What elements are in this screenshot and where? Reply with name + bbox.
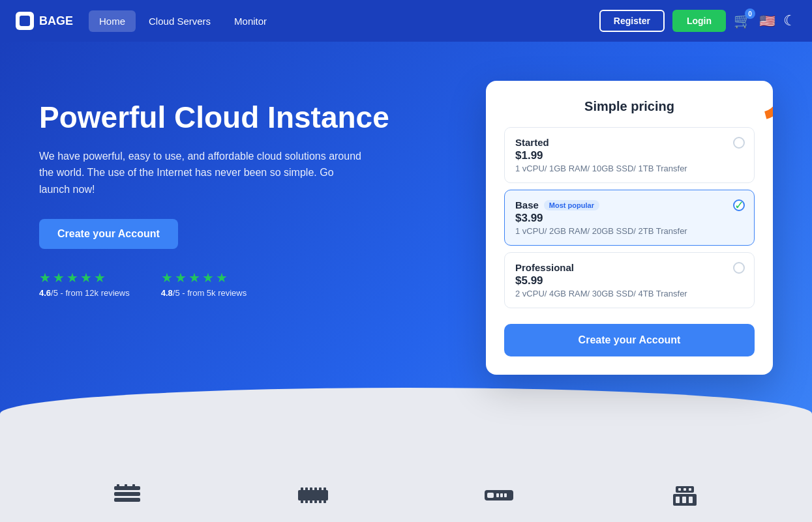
feature-remote: Remote Management KVM as standard with V… [605,479,765,522]
nav-cloud-servers[interactable]: Cloud Servers [138,10,221,32]
svg-rect-6 [298,490,328,500]
star-1-5: ★ [94,270,106,285]
login-button[interactable]: Login [672,10,726,32]
hero-content: Powerful Cloud Instance We have powerful… [39,81,486,298]
star-2-5: ★ [216,270,228,285]
svg-rect-22 [500,493,503,497]
svg-rect-26 [682,497,686,503]
pricing-title: Simple pricing [504,99,755,114]
review-2-score: 4.8 [161,288,173,298]
nav-monitor[interactable]: Monitor [224,10,277,32]
svg-rect-4 [125,484,127,487]
stars-2: ★ ★ ★ ★ ★ [161,270,247,285]
navbar: BAGE Home Cloud Servers Monitor Register… [0,0,812,42]
star-1-1: ★ [39,270,51,285]
svg-rect-29 [678,488,681,491]
pricing-card-wrapper: Simple pricing Started $1.99 1 vCPU/ 1GB… [486,81,773,375]
register-button[interactable]: Register [599,10,665,32]
star-1-4: ★ [80,270,92,285]
svg-rect-2 [114,498,140,502]
svg-rect-27 [689,497,693,503]
star-2-2: ★ [175,270,187,285]
feature-amd: AMD EPYC™ Balanced power and performance [48,479,207,522]
plan-professional-specs: 2 vCPU/ 4GB RAM/ 30GB SSD/ 4TB Transfer [515,289,744,298]
theme-toggle-icon[interactable]: ☾ [783,12,796,29]
svg-rect-5 [132,484,135,487]
features-section: AMD EPYC™ Balanced power and performance [0,427,812,522]
svg-rect-18 [323,500,326,503]
navbar-right: Register Login 🛒 0 🇺🇸 ☾ [599,10,796,32]
remote-icon [605,479,765,512]
svg-rect-23 [504,493,507,497]
feature-nvme: NVME SSD™ Super High Write or Read [419,479,579,522]
hero-cta-button[interactable]: Create your Account [39,219,178,249]
review-2: ★ ★ ★ ★ ★ 4.8/5 - from 5k reviews [161,270,247,298]
plan-base[interactable]: ✓ Base Most popular $3.99 1 vCPU/ 2GB RA… [504,190,755,246]
features-grid: AMD EPYC™ Balanced power and performance [48,479,765,522]
reviews-row: ★ ★ ★ ★ ★ 4.6/5 - from 12k reviews ★ ★ ★… [39,270,486,298]
svg-rect-10 [314,487,317,491]
amd-icon [48,479,207,512]
review-2-text: 4.8/5 - from 5k reviews [161,288,247,298]
svg-rect-30 [684,488,686,491]
svg-rect-16 [314,500,317,503]
plan-started[interactable]: Started $1.99 1 vCPU/ 1GB RAM/ 10GB SSD/… [504,127,755,183]
brand-logo-group[interactable]: BAGE [16,12,73,30]
star-2-1: ★ [161,270,173,285]
feature-ddr4: DDR4 REG ECC Memory Maximum RAM configur… [233,479,393,522]
hero-section: Powerful Cloud Instance We have powerful… [0,42,812,427]
nav-links: Home Cloud Servers Monitor [89,10,599,32]
nvme-icon [419,479,579,512]
svg-rect-12 [323,487,326,491]
svg-rect-9 [310,487,312,491]
pricing-card: Simple pricing Started $1.99 1 vCPU/ 1GB… [486,81,773,375]
svg-rect-13 [301,500,303,503]
review-2-max: /5 [173,288,180,298]
star-2-3: ★ [188,270,200,285]
svg-rect-3 [117,484,119,487]
ddr4-icon [233,479,393,512]
hero-title: Powerful Cloud Instance [39,100,486,135]
plan-professional-name: Professional [515,262,574,273]
svg-rect-1 [114,492,140,496]
svg-rect-8 [305,487,308,491]
radio-base: ✓ [733,199,745,211]
cart-badge: 0 [745,8,755,19]
review-1-max: /5 [51,288,58,298]
svg-rect-15 [310,500,312,503]
review-1-text: 4.6/5 - from 12k reviews [39,288,130,298]
svg-rect-17 [319,500,322,503]
stars-1: ★ ★ ★ ★ ★ [39,270,130,285]
plan-started-specs: 1 vCPU/ 1GB RAM/ 10GB SSD/ 1TB Transfer [515,164,744,173]
cart-icon[interactable]: 🛒 0 [734,12,751,29]
plan-base-name: Base [515,199,539,210]
svg-rect-20 [487,493,494,498]
plan-base-specs: 1 vCPU/ 2GB RAM/ 20GB SSD/ 2TB Transfer [515,226,744,236]
star-2-4: ★ [202,270,214,285]
review-1: ★ ★ ★ ★ ★ 4.6/5 - from 12k reviews [39,270,130,298]
plan-started-price: $1.99 [515,149,744,162]
svg-rect-25 [676,497,680,503]
star-1-2: ★ [53,270,65,285]
plan-started-name: Started [515,137,549,148]
svg-rect-7 [301,487,303,491]
plan-base-price: $3.99 [515,212,744,225]
svg-rect-31 [689,488,691,491]
plan-professional-price: $5.99 [515,274,744,287]
popular-badge: Most popular [544,200,599,210]
svg-rect-11 [319,487,322,491]
pricing-cta-button[interactable]: Create your Account [504,324,755,356]
svg-rect-14 [305,500,308,503]
nav-home[interactable]: Home [89,10,136,32]
check-icon-base: ✓ [734,198,744,212]
star-1-3: ★ [67,270,78,285]
hero-description: We have powerful, easy to use, and affor… [39,148,365,198]
radio-started [733,137,745,149]
language-icon[interactable]: 🇺🇸 [759,13,775,29]
brand-logo [16,12,34,30]
svg-rect-21 [496,493,499,497]
plan-professional[interactable]: Professional $5.99 2 vCPU/ 4GB RAM/ 30GB… [504,252,755,308]
radio-professional [733,262,745,274]
brand-name: BAGE [39,14,73,28]
review-1-score: 4.6 [39,288,51,298]
